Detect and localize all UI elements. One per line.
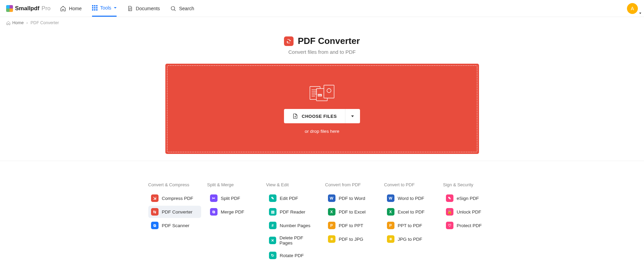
tool-column: View & Edit✎Edit PDF▤PDF Reader#Number P…	[266, 182, 319, 263]
top-nav: Smallpdf Pro Home Tools Documents Search…	[0, 0, 644, 17]
tool-item-label: Delete PDF Pages	[280, 235, 316, 246]
tool-item-label: Unlock PDF	[457, 209, 481, 215]
tool-item-label: PDF to Word	[339, 196, 365, 201]
dropzone[interactable]: PDF CHOOSE FILES or drop files here	[165, 64, 479, 154]
tool-tile-icon: ✎	[269, 194, 276, 202]
tool-tile-icon: ✕	[269, 237, 276, 244]
tool-item-label: JPG to PDF	[398, 237, 422, 242]
tool-item-label: PDF to PPT	[339, 223, 363, 228]
tool-column-title: Sign & Security	[443, 182, 496, 187]
plan-badge: Pro	[42, 5, 50, 12]
tool-tile-icon: ☀	[328, 235, 335, 243]
tool-item[interactable]: XExcel to PDF	[384, 206, 437, 218]
tools-grid: Convert & Compress⇲Compress PDF⇆PDF Conv…	[148, 182, 496, 263]
dropzone-inner[interactable]: PDF CHOOSE FILES or drop files here	[167, 65, 477, 152]
tool-tile-icon: X	[328, 208, 335, 216]
page-subtitle: Convert files from and to PDF	[288, 49, 356, 55]
section-divider	[0, 161, 644, 161]
breadcrumb-separator: ›	[26, 20, 28, 25]
tool-item-label: PDF to JPG	[339, 237, 363, 242]
tool-item[interactable]: PPDF to PPT	[325, 219, 378, 232]
svg-point-0	[171, 6, 175, 10]
tool-item[interactable]: #Number Pages	[266, 219, 319, 232]
tool-tile-icon: ♡	[446, 222, 453, 229]
tool-item-label: Word to PDF	[398, 196, 424, 201]
tool-item[interactable]: ✕Delete PDF Pages	[266, 233, 319, 248]
page-title: PDF Converter	[298, 36, 360, 46]
tool-item-label: Compress PDF	[162, 196, 193, 201]
tool-item-label: Rotate PDF	[280, 253, 304, 258]
page-title-row: PDF Converter	[284, 36, 360, 46]
tool-item-label: PDF Scanner	[162, 223, 190, 228]
tool-column: Convert from PDFWPDF to WordXPDF to Exce…	[325, 182, 378, 263]
tool-tile-icon: P	[328, 222, 335, 229]
tool-item-label: Protect PDF	[457, 223, 482, 228]
avatar-initial: A	[631, 6, 634, 11]
tool-column-title: Split & Merge	[207, 182, 260, 187]
tool-column: Sign & Security✎eSign PDF🔓Unlock PDF♡Pro…	[443, 182, 496, 263]
nav-documents[interactable]: Documents	[127, 0, 160, 17]
nav-search[interactable]: Search	[170, 0, 194, 17]
tool-item-label: PDF Reader	[280, 209, 305, 215]
tool-item[interactable]: ✎Edit PDF	[266, 192, 319, 204]
tool-item[interactable]: ✂Split PDF	[207, 192, 260, 204]
tool-item[interactable]: ▤PDF Reader	[266, 206, 319, 218]
tool-item-label: eSign PDF	[457, 196, 479, 201]
tool-item[interactable]: PPPT to PDF	[384, 219, 437, 232]
tool-item[interactable]: ☀JPG to PDF	[384, 233, 437, 245]
tool-item[interactable]: WWord to PDF	[384, 192, 437, 204]
tool-item-label: PDF Converter	[162, 209, 193, 215]
tool-item[interactable]: WPDF to Word	[325, 192, 378, 204]
tool-tile-icon: ✂	[210, 194, 218, 202]
tool-tile-icon: X	[387, 208, 394, 216]
brand-name: Smallpdf	[15, 5, 40, 12]
tool-tile-icon: W	[328, 194, 335, 202]
tool-item[interactable]: 🔓Unlock PDF	[443, 206, 496, 218]
choose-files-label: CHOOSE FILES	[302, 114, 337, 119]
home-icon	[60, 5, 66, 12]
choose-files-button[interactable]: CHOOSE FILES	[284, 109, 345, 123]
tool-item-label: PPT to PDF	[398, 223, 422, 228]
svg-text:PDF: PDF	[318, 94, 321, 96]
tool-item[interactable]: ☀PDF to JPG	[325, 233, 378, 245]
hero: PDF Converter Convert files from and to …	[0, 36, 644, 154]
nav-tools[interactable]: Tools	[92, 0, 117, 17]
tool-item[interactable]: XPDF to Excel	[325, 206, 378, 218]
tool-tile-icon: 🔓	[446, 208, 453, 216]
account-avatar[interactable]: A	[627, 3, 638, 14]
tool-item[interactable]: ⇲Compress PDF	[148, 192, 201, 204]
tool-tile-icon: W	[387, 194, 394, 202]
tool-tile-icon: ☀	[387, 235, 394, 243]
tool-column: Split & Merge✂Split PDF⧉Merge PDF	[207, 182, 260, 263]
tool-column-title: Convert to PDF	[384, 182, 437, 187]
tool-item[interactable]: ⧉Merge PDF	[207, 206, 260, 218]
breadcrumb-current: PDF Converter	[31, 20, 59, 25]
home-icon	[6, 21, 11, 25]
tool-item-label: Edit PDF	[280, 196, 298, 201]
nav-home[interactable]: Home	[60, 0, 81, 17]
svg-rect-3	[324, 85, 334, 98]
chevron-down-icon	[639, 13, 641, 14]
tool-tile-icon: #	[269, 222, 276, 229]
breadcrumb-home[interactable]: Home	[6, 20, 24, 25]
tool-tile-icon: P	[387, 222, 394, 229]
breadcrumb-home-label: Home	[12, 20, 24, 25]
file-add-icon	[292, 113, 298, 119]
tool-tile-icon: ▤	[269, 208, 276, 216]
tool-column: Convert & Compress⇲Compress PDF⇆PDF Conv…	[148, 182, 201, 263]
tool-item-label: Excel to PDF	[398, 209, 425, 215]
choose-files-dropdown[interactable]	[345, 109, 360, 123]
tool-item-label: Number Pages	[280, 223, 311, 228]
tool-tile-icon: ⇲	[151, 194, 159, 202]
tool-column-title: Convert from PDF	[325, 182, 378, 187]
tool-item[interactable]: ↻Rotate PDF	[266, 249, 319, 262]
tool-item[interactable]: ⧉PDF Scanner	[148, 219, 201, 232]
tool-column-title: Convert & Compress	[148, 182, 201, 187]
tool-item-label: Merge PDF	[221, 209, 244, 215]
brand-logo[interactable]: Smallpdf Pro	[6, 5, 50, 12]
dropzone-illustration-icon: PDF	[309, 84, 335, 103]
tool-item[interactable]: ⇆PDF Converter	[148, 206, 201, 218]
dropzone-hint: or drop files here	[305, 129, 339, 134]
tool-item[interactable]: ✎eSign PDF	[443, 192, 496, 204]
tool-item[interactable]: ♡Protect PDF	[443, 219, 496, 232]
